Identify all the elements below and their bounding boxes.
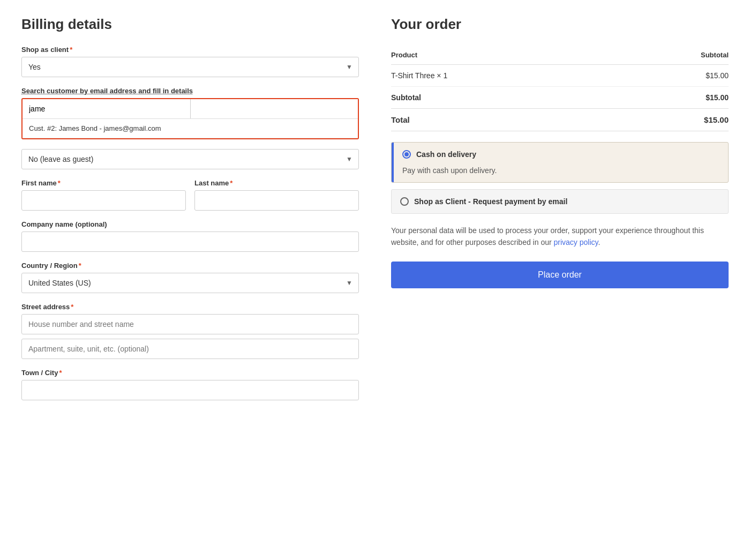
country-select-wrapper: United States (US) ▼ — [21, 273, 359, 293]
street-input[interactable] — [21, 314, 359, 334]
order-section: Your order Product Subtotal T-Shirt Thre… — [391, 16, 729, 410]
company-group: Company name (optional) — [21, 220, 359, 252]
place-order-button[interactable]: Place order — [391, 262, 729, 288]
guest-select-wrapper: No (leave as guest) Yes ▼ — [21, 149, 359, 169]
country-select[interactable]: United States (US) — [21, 273, 359, 293]
order-table: Product Subtotal T-Shirt Three × 1 $15.0… — [391, 46, 729, 131]
privacy-text-after: . — [598, 238, 601, 247]
cash-option-wrapper: Cash on delivery Pay with cash upon deli… — [392, 143, 728, 182]
shop-as-client-label: Shop as client* — [21, 46, 359, 54]
billing-title: Billing details — [21, 16, 359, 33]
search-customer-group: Search customer by email address and fil… — [21, 87, 359, 139]
cash-option-body: Pay with cash upon delivery. — [394, 166, 728, 182]
company-label: Company name (optional) — [21, 220, 359, 228]
privacy-text-before: Your personal data will be used to proce… — [391, 226, 704, 247]
street-label: Street address* — [21, 303, 359, 311]
order-total-row: Total $15.00 — [391, 109, 729, 131]
first-name-label: First name* — [21, 179, 186, 187]
city-input[interactable] — [21, 380, 359, 400]
billing-section: Billing details Shop as client* Yes No ▼… — [21, 16, 359, 410]
privacy-text: Your personal data will be used to proce… — [391, 225, 729, 249]
order-item-price: $15.00 — [617, 65, 729, 87]
search-customer-label: Search customer by email address and fil… — [21, 87, 359, 95]
search-input[interactable] — [22, 99, 190, 118]
street2-input[interactable] — [21, 339, 359, 359]
search-area: Cust. #2: James Bond - james@gmail.com — [21, 98, 359, 139]
country-group: Country / Region* United States (US) ▼ — [21, 262, 359, 293]
client-payment-label: Shop as Client - Request payment by emai… — [414, 197, 567, 206]
first-name-group: First name* — [21, 179, 186, 211]
order-item-name: T-Shirt Three × 1 — [391, 65, 617, 87]
country-label: Country / Region* — [21, 262, 359, 270]
cash-radio-icon[interactable] — [402, 150, 411, 159]
order-total-label: Total — [391, 109, 617, 131]
city-label: Town / City* — [21, 369, 359, 377]
privacy-policy-link[interactable]: privacy policy — [554, 238, 598, 247]
city-group: Town / City* — [21, 369, 359, 400]
search-input-row — [22, 99, 358, 118]
order-total-value: $15.00 — [617, 109, 729, 131]
order-item-row: T-Shirt Three × 1 $15.00 — [391, 65, 729, 87]
client-radio-icon[interactable] — [400, 197, 409, 206]
first-name-input[interactable] — [21, 190, 186, 211]
order-subtotal-value: $15.00 — [617, 87, 729, 109]
name-row: First name* Last name* — [21, 179, 359, 220]
company-input[interactable] — [21, 232, 359, 252]
cash-option-header: Cash on delivery — [394, 143, 728, 166]
col-product: Product — [391, 46, 617, 65]
order-subtotal-row: Subtotal $15.00 — [391, 87, 729, 109]
order-title: Your order — [391, 16, 729, 33]
street-group: Street address* — [21, 303, 359, 359]
shop-as-client-select-wrapper: Yes No ▼ — [21, 57, 359, 77]
guest-select-group: No (leave as guest) Yes ▼ — [21, 149, 359, 169]
last-name-label: Last name* — [194, 179, 359, 187]
shop-as-client-group: Shop as client* Yes No ▼ — [21, 46, 359, 77]
cash-payment-label: Cash on delivery — [416, 150, 476, 159]
last-name-group: Last name* — [194, 179, 359, 211]
search-right-input[interactable] — [190, 99, 358, 118]
last-name-input[interactable] — [194, 190, 359, 211]
search-dropdown: Cust. #2: James Bond - james@gmail.com — [22, 118, 358, 138]
order-subtotal-label: Subtotal — [391, 87, 617, 109]
guest-select[interactable]: No (leave as guest) Yes — [21, 149, 359, 169]
shop-as-client-select[interactable]: Yes No — [21, 57, 359, 77]
client-option-header: Shop as Client - Request payment by emai… — [392, 190, 728, 213]
col-subtotal: Subtotal — [617, 46, 729, 65]
search-dropdown-item[interactable]: Cust. #2: James Bond - james@gmail.com — [22, 119, 358, 138]
payment-cash-option[interactable]: Cash on delivery Pay with cash upon deli… — [391, 142, 729, 183]
payment-client-option[interactable]: Shop as Client - Request payment by emai… — [391, 189, 729, 214]
